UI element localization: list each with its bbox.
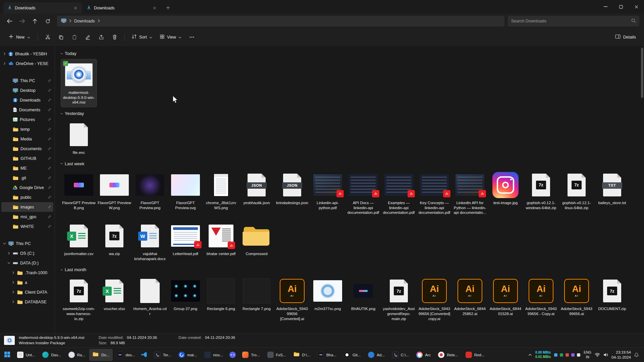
taskbar-app-rele[interactable]: Rele... — [435, 349, 461, 361]
rename-button[interactable] — [82, 32, 94, 43]
forward-button[interactable] — [16, 16, 28, 26]
file-tile-rectangle-6-png[interactable]: Rectangle 6.png — [203, 276, 239, 313]
tray-icon[interactable] — [554, 353, 557, 357]
file-tile-adobestock-684425862-ai[interactable]: AiAIAdobeStock_684425862.ai — [452, 276, 488, 318]
file-tile-brindadesings-json[interactable]: JSONbrindadesings.json — [274, 170, 310, 207]
tab-downloads-1[interactable]: Downloads — [3, 2, 82, 13]
sidebar-item-desktop[interactable]: Desktop — [1, 85, 53, 95]
breadcrumb[interactable]: Downloads — [74, 19, 95, 23]
file-tile-letterhead-pdf[interactable]: LetterHead.pdf — [168, 221, 203, 258]
file-tile-homem-aranha-cdr[interactable]: Homem_Aranha.cdr — [132, 276, 168, 318]
file-tile-baileys-store-txt[interactable]: TXTbaileys_store.txt — [594, 170, 630, 207]
file-tile-api-docs-linkedin-api-documentation-pdf[interactable]: API Docs — linkedin-api documentation.pd… — [345, 170, 381, 217]
close-button[interactable] — [629, 0, 644, 13]
file-tile-linkedin-api-python-pdf[interactable]: Linkedin-api-python.pdf — [310, 170, 345, 212]
file-tile-flavorgpt-preview-w-png[interactable]: FlavorGPT Preview W.png — [97, 170, 132, 212]
file-tile-file-enc[interactable]: file.enc — [61, 119, 97, 157]
back-button[interactable] — [3, 16, 15, 26]
sidebar-item-client-data[interactable]: Client DATA — [1, 287, 53, 297]
taskbar-app-arc[interactable]: Arc — [413, 349, 434, 361]
scrollbar-thumb[interactable] — [641, 48, 643, 98]
file-tile-flavorgpt-preview-svg[interactable]: FlavorGPT Preview.svg — [168, 170, 203, 212]
file-tile-flavorgpt-preview-b-png[interactable]: FlavorGPT Preview B.png — [61, 170, 97, 212]
file-tile-chrome-j8sk1zrvws-png[interactable]: chrome_J8sk1zrvWS.png — [203, 170, 239, 212]
sidebar-item-this-pc[interactable]: This PC — [1, 239, 53, 248]
tab-downloads-2[interactable]: Downloads — [83, 2, 161, 13]
file-tile-document-zip[interactable]: 7zDOCUMENT.zip — [594, 276, 630, 313]
file-tile-voucher-xlsx[interactable]: Xvoucher.xlsx — [97, 276, 132, 313]
taskbar-app-bha[interactable]: Bha... — [314, 349, 340, 361]
taskbar-app-des[interactable]: des... — [113, 349, 138, 361]
taskbar-app-c[interactable]: C:\... — [389, 349, 412, 361]
file-tile-gophish-v0-12-1-windows-64bit-zip[interactable]: 7zgophish-v0.12.1-windows-64bit.zip — [523, 170, 559, 212]
file-tile-adobestock-594399656-ai[interactable]: AiAIAdobeStock_594399656.ai — [559, 276, 594, 318]
group-header[interactable]: ›Last month — [61, 265, 639, 274]
sidebar-item-documents[interactable]: Documents — [1, 105, 53, 115]
file-tile-adobestock-594399656-copy-ai[interactable]: AiAIAdobeStock_594399656 - Copy.ai — [523, 276, 559, 318]
file-tile-mattermost-desktop-5-9-0-win-x64-msi[interactable]: ✓mattermost-desktop-5.9.0-win-x64.msi — [61, 59, 97, 107]
sidebar-item-data-d[interactable]: DATA (D:) — [1, 258, 53, 268]
chevron-down-icon[interactable] — [7, 261, 11, 264]
tab-close-icon[interactable] — [72, 4, 79, 12]
sidebar-item-white[interactable]: WHITE — [1, 222, 53, 231]
file-tile-linkedin-api-for-python-linkedin-api-documentatio[interactable]: LinkedIn API for Python — linkedin-api d… — [452, 170, 488, 217]
copy-button[interactable] — [55, 32, 67, 43]
sidebar-item-public[interactable]: public — [1, 192, 53, 202]
sidebar-item-temp[interactable]: temp — [1, 124, 53, 134]
file-tile-adobestock-594399656-converted-ai[interactable]: AiAIAdobeStock_594399656 [Converted].ai — [274, 276, 310, 323]
file-tile-bhautik-png[interactable]: BHAUTIK.png — [345, 276, 381, 313]
chevron-right-icon[interactable] — [11, 281, 15, 284]
file-tile-saveweb2zip-com-www-harness-io-zip[interactable]: 7zsaveweb2zip-com-www-harness-io.zip — [61, 276, 97, 323]
maximize-button[interactable] — [613, 0, 629, 13]
group-header[interactable]: ›Last week — [61, 159, 639, 168]
taskbar-app-git[interactable]: Git... — [340, 349, 364, 361]
delete-button[interactable] — [108, 32, 121, 43]
taskbar-app-unt[interactable]: Unt... — [14, 349, 38, 361]
file-tile-key-concepts-linkedin-api-documentation-pdf[interactable]: Key Concepts — linkedin-api documentatio… — [417, 170, 452, 217]
tray-icon[interactable] — [560, 353, 563, 357]
start-button[interactable] — [2, 349, 13, 361]
sidebar-item-database[interactable]: DATABASE — [1, 297, 53, 307]
sidebar-item-msi-gpo[interactable]: msi_gpo — [1, 212, 53, 222]
content-area[interactable]: ›Today✓mattermost-desktop-5.9.0-win-x64.… — [55, 46, 644, 333]
hidden-icons-chevron[interactable] — [528, 354, 532, 356]
sidebar-item-downloads[interactable]: Downloads — [1, 95, 53, 105]
taskbar-app-dav[interactable]: Dav... — [39, 349, 64, 361]
new-tab-button[interactable] — [163, 3, 173, 13]
taskbar-app-vscode[interactable] — [139, 349, 150, 361]
group-header[interactable]: ›Today — [61, 49, 639, 58]
new-button[interactable]: New — [5, 32, 34, 42]
file-tile-m2m377xc-png[interactable]: m2m377xc.png — [310, 276, 345, 313]
file-tile-group-37-png[interactable]: Group 37.png — [168, 276, 203, 313]
sidebar-item-media[interactable]: Media — [1, 134, 53, 144]
sidebar-item-github[interactable]: GITHUB — [1, 154, 53, 163]
tab-close-icon[interactable] — [151, 4, 158, 12]
selected-checkbox[interactable]: ✓ — [63, 61, 68, 66]
taskbar-app-tro[interactable]: Tro... — [239, 349, 263, 361]
view-button[interactable]: View — [156, 32, 185, 43]
taskbar-app-red[interactable]: Red... — [462, 349, 488, 361]
notification-bell-icon[interactable] — [634, 353, 639, 357]
taskbar-app-do[interactable]: Do... — [89, 349, 113, 361]
clock[interactable]: 23:19:54 04-11-2024 — [611, 350, 631, 360]
sidebar-item-google-drive[interactable]: Google Drive — [1, 183, 53, 192]
taskbar-app-discord[interactable] — [227, 349, 238, 361]
tray-icon[interactable] — [577, 353, 580, 357]
chevron-down-icon[interactable] — [3, 242, 6, 245]
language-indicator[interactable]: ENG IN — [584, 350, 591, 359]
taskbar-app-ra[interactable]: Ra... — [65, 349, 89, 361]
sidebar-item-this-pc[interactable]: This PC — [1, 76, 53, 85]
chevron-right-icon[interactable] — [11, 291, 15, 294]
taskbar-app-ad[interactable]: Ad... — [365, 349, 388, 361]
sidebar-item-images[interactable]: images — [1, 202, 53, 212]
taskbar-app-mat[interactable]: mat... — [175, 349, 200, 361]
file-tile-bhatar-center-pdf[interactable]: bhatar center.pdf — [203, 221, 239, 258]
file-tile-rectangle-7-png[interactable]: Rectangle 7.png — [239, 276, 274, 313]
refresh-button[interactable] — [42, 16, 54, 26]
chevron-right-icon[interactable] — [3, 52, 6, 55]
file-tile-vajubhai-krishanapark-docx[interactable]: Wvajubhai krishanapark.docx — [132, 221, 168, 263]
sidebar-item-bhautik-yesbh[interactable]: Bhautik - YESBH — [1, 49, 53, 59]
file-tile-gophish-v0-12-1-linux-64bit-zip[interactable]: 7zgophish-v0.12.1-linux-64bit.zip — [559, 170, 594, 212]
file-tile-yesbhautik-json[interactable]: JSONyesbhautik.json — [239, 170, 274, 207]
taskbar-app-d[interactable]: D:\... — [290, 349, 314, 361]
